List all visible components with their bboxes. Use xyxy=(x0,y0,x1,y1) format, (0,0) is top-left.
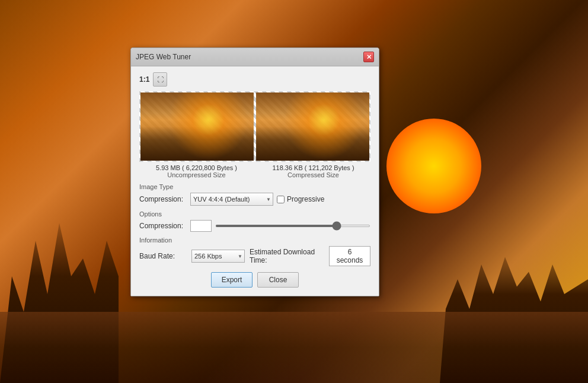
image-type-section-label: Image Type xyxy=(139,183,370,190)
dialog-titlebar: JPEG Web Tuner ✕ xyxy=(131,48,379,66)
compressed-preview-item xyxy=(256,92,369,161)
original-preview-image xyxy=(140,92,254,161)
zoom-label: 1:1 xyxy=(139,75,149,84)
compression-slider[interactable] xyxy=(215,225,370,227)
export-button[interactable]: Export xyxy=(211,272,253,288)
baud-rate-row: Baud Rate: 256 Kbps 512 Kbps 1 Mbps 2 Mb… xyxy=(139,246,370,266)
options-section-label: Options xyxy=(139,210,370,218)
baud-rate-label: Baud Rate: xyxy=(139,252,187,260)
background-sun xyxy=(386,119,481,213)
image-type-form-row: Compression: YUV 4:4:4 (Default) YUV 4:2… xyxy=(139,193,370,206)
information-section: Information Baud Rate: 256 Kbps 512 Kbps… xyxy=(139,237,370,266)
download-time-label: Estimated Download Time: xyxy=(250,248,324,264)
progressive-checkbox-label[interactable]: Progressive xyxy=(277,195,324,203)
compressed-size-label: Compressed Size xyxy=(256,171,370,178)
compression-type-select-wrapper: YUV 4:4:4 (Default) YUV 4:2:2 YUV 4:1:1 … xyxy=(190,193,273,206)
jpeg-web-tuner-dialog: JPEG Web Tuner ✕ 1:1 ⛶ 5.93 MB ( 6,220,8… xyxy=(130,47,379,296)
toolbar-row: 1:1 ⛶ xyxy=(139,72,370,87)
zoom-fit-button[interactable]: ⛶ xyxy=(153,72,167,87)
original-preview-item xyxy=(140,92,254,161)
progressive-checkbox[interactable] xyxy=(277,196,285,203)
close-button[interactable]: Close xyxy=(257,272,299,288)
compressed-size-info: 118.36 KB ( 121,202 Bytes ) Compressed S… xyxy=(256,164,370,178)
size-info-row: 5.93 MB ( 6,220,800 Bytes ) Uncompressed… xyxy=(139,164,370,178)
download-time-value: 6 seconds xyxy=(329,246,370,266)
button-row: Export Close xyxy=(139,272,370,288)
image-type-section: Image Type Compression: YUV 4:4:4 (Defau… xyxy=(139,183,370,206)
compression-value-input[interactable]: 80 xyxy=(190,220,212,232)
compression-slider-container xyxy=(215,220,370,232)
compressed-size-value: 118.36 KB ( 121,202 Bytes ) xyxy=(256,164,370,171)
progressive-label-text: Progressive xyxy=(287,195,324,203)
baud-rate-select-wrapper: 256 Kbps 512 Kbps 1 Mbps 2 Mbps xyxy=(191,250,245,263)
compressed-preview-image xyxy=(256,92,369,161)
options-section: Options Compression: 80 xyxy=(139,210,370,232)
options-compression-label: Compression: xyxy=(139,222,187,230)
information-section-label: Information xyxy=(139,237,370,244)
preview-row xyxy=(139,91,370,162)
dialog-title: JPEG Web Tuner xyxy=(136,53,191,61)
baud-rate-select[interactable]: 256 Kbps 512 Kbps 1 Mbps 2 Mbps xyxy=(191,250,245,263)
dialog-close-button[interactable]: ✕ xyxy=(363,52,374,62)
compression-type-select[interactable]: YUV 4:4:4 (Default) YUV 4:2:2 YUV 4:1:1 … xyxy=(190,193,273,206)
background-water xyxy=(0,312,588,383)
options-form-row: Compression: 80 xyxy=(139,220,370,232)
original-size-value: 5.93 MB ( 6,220,800 Bytes ) xyxy=(139,164,254,171)
image-type-compression-label: Compression: xyxy=(139,195,187,203)
original-size-label: Uncompressed Size xyxy=(139,171,254,178)
dialog-body: 1:1 ⛶ 5.93 MB ( 6,220,800 Bytes ) Uncomp… xyxy=(131,66,379,296)
original-size-info: 5.93 MB ( 6,220,800 Bytes ) Uncompressed… xyxy=(139,164,254,178)
